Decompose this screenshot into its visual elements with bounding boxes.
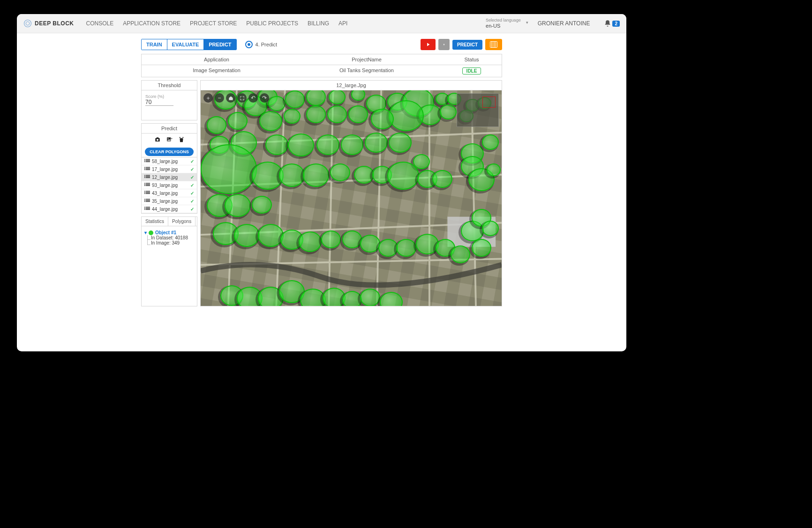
detected-tank[interactable] — [259, 111, 282, 132]
brand-icon — [23, 19, 32, 28]
detected-tank[interactable] — [201, 144, 257, 194]
language-selector[interactable]: Selected language en-US ▾ — [486, 18, 521, 29]
detected-tank[interactable] — [252, 196, 272, 214]
detected-tank[interactable] — [323, 288, 346, 306]
nav-console[interactable]: CONSOLE — [86, 20, 113, 27]
detected-tank[interactable] — [354, 166, 374, 184]
tab-statistics[interactable]: Statistics — [142, 217, 168, 226]
detected-tank[interactable] — [321, 231, 341, 248]
rotate-left-button[interactable]: ↶ — [248, 93, 258, 103]
detected-tank[interactable] — [482, 134, 499, 149]
file-item[interactable]: 12_large.jpg✓ — [142, 173, 197, 181]
detected-tank[interactable] — [378, 239, 398, 257]
detected-tank[interactable] — [371, 109, 394, 129]
fullscreen-button[interactable] — [237, 93, 247, 103]
zoom-out-button[interactable]: − — [215, 93, 224, 103]
file-item[interactable]: 43_large.jpg✓ — [142, 189, 197, 197]
home-button[interactable] — [226, 93, 235, 103]
detected-tank[interactable] — [387, 162, 419, 190]
detected-tank[interactable] — [472, 239, 492, 257]
detected-tank[interactable] — [303, 164, 329, 186]
file-item[interactable]: 93_large.jpg✓ — [142, 181, 197, 189]
brand-logo[interactable]: DEEP BLOCK — [23, 19, 74, 28]
detected-tank[interactable] — [288, 134, 314, 156]
minimap[interactable] — [457, 93, 499, 127]
notifications-button[interactable]: 2 — [604, 20, 620, 27]
detected-tank[interactable] — [396, 239, 416, 257]
tab-evaluate[interactable]: EVALUATE — [167, 39, 204, 50]
detected-tank[interactable] — [360, 235, 380, 253]
file-list[interactable]: 58_large.jpg✓17_large.jpg✓12_large.jpg✓9… — [142, 157, 197, 213]
detected-tank[interactable] — [306, 105, 326, 123]
detected-tank[interactable] — [341, 134, 364, 155]
detected-tank[interactable] — [207, 116, 227, 134]
detected-tank[interactable] — [258, 224, 284, 247]
tab-train[interactable]: TRAIN — [142, 39, 167, 50]
object-color-dot — [149, 231, 153, 235]
detected-tank[interactable] — [432, 170, 452, 188]
fullscreen-icon — [240, 96, 245, 101]
keyboard-button[interactable] — [485, 39, 502, 50]
detected-tank[interactable] — [389, 133, 412, 153]
detected-tank[interactable] — [225, 194, 250, 217]
detected-tank[interactable] — [360, 289, 380, 306]
detected-tank[interactable] — [348, 105, 368, 123]
detected-tank[interactable] — [279, 164, 305, 186]
lock-button[interactable] — [438, 39, 450, 50]
stats-object-node[interactable]: ▾ Object #1 — [144, 230, 194, 235]
detected-tank[interactable] — [416, 234, 439, 254]
detected-tank[interactable] — [487, 164, 501, 176]
tab-predict[interactable]: PREDICT — [204, 39, 236, 50]
file-item[interactable]: 17_large.jpg✓ — [142, 165, 197, 173]
detected-tank[interactable] — [300, 289, 326, 306]
rotate-right-button[interactable]: ↷ — [260, 93, 269, 103]
detected-tank[interactable] — [299, 231, 322, 252]
predict-button[interactable]: PREDICT — [452, 40, 482, 50]
detected-tank[interactable] — [306, 90, 326, 106]
zoom-in-button[interactable]: ＋ — [203, 93, 213, 103]
minimap-viewport[interactable] — [482, 97, 496, 108]
nav-billing[interactable]: BILLING — [308, 20, 329, 27]
trash-icon[interactable] — [178, 136, 185, 144]
detected-tank[interactable] — [268, 96, 285, 111]
detected-tank[interactable] — [440, 104, 457, 119]
camera-icon[interactable] — [154, 136, 161, 144]
user-name[interactable]: GRONIER ANTOINE — [538, 20, 590, 27]
predict-tools — [142, 134, 197, 146]
detected-tank[interactable] — [365, 133, 388, 153]
detected-tank[interactable] — [329, 90, 346, 104]
detected-tank[interactable] — [389, 100, 424, 131]
nav-api[interactable]: API — [338, 20, 347, 27]
clear-polygons-button[interactable]: CLEAR POLYGONS — [145, 148, 194, 156]
detected-tank[interactable] — [284, 109, 301, 124]
detected-tank[interactable] — [342, 231, 362, 248]
nav-application-store[interactable]: APPLICATION STORE — [123, 20, 180, 27]
nav-public-projects[interactable]: PUBLIC PROJECTS — [246, 20, 298, 27]
detected-tank[interactable] — [351, 90, 365, 101]
add-image-icon[interactable] — [166, 136, 173, 144]
detected-tank[interactable] — [265, 134, 288, 155]
viewer-canvas[interactable]: ＋ − ↶ ↷ — [201, 90, 502, 306]
detected-tank[interactable] — [342, 291, 362, 306]
detected-tank[interactable] — [330, 164, 350, 181]
radio-checked-icon — [245, 41, 253, 48]
file-item[interactable]: 58_large.jpg✓ — [142, 157, 197, 165]
score-input[interactable]: 70 — [145, 99, 173, 106]
notification-badge: 2 — [612, 21, 620, 27]
detected-tank[interactable] — [228, 112, 248, 130]
detected-tank[interactable] — [234, 224, 260, 247]
file-item[interactable]: 35_large.jpg✓ — [142, 197, 197, 205]
detected-tank[interactable] — [285, 90, 305, 108]
detected-tank[interactable] — [327, 105, 347, 123]
nav-project-store[interactable]: PROJECT STORE — [190, 20, 237, 27]
detected-tank[interactable] — [451, 245, 471, 263]
youtube-button[interactable] — [421, 39, 436, 50]
file-item[interactable]: 44_large.jpg✓ — [142, 205, 197, 213]
detected-tank[interactable] — [316, 134, 339, 155]
detected-tank[interactable] — [482, 221, 499, 236]
tab-polygons[interactable]: Polygons — [168, 217, 195, 226]
svg-point-1 — [26, 22, 30, 25]
svg-rect-11 — [144, 167, 145, 168]
svg-rect-42 — [144, 208, 145, 209]
detected-tank[interactable] — [380, 292, 403, 306]
